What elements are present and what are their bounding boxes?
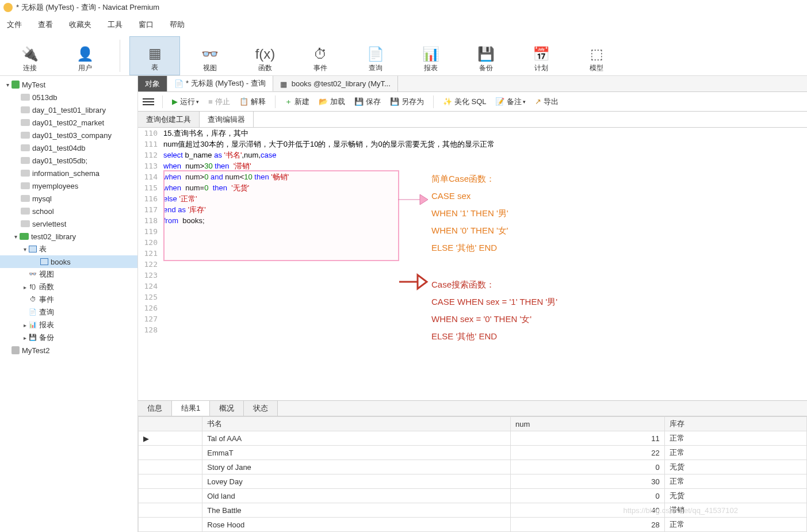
subtab-builder[interactable]: 查询创建工具 — [138, 112, 200, 127]
db-node[interactable]: servlettest — [0, 217, 137, 230]
rtab-status[interactable]: 状态 — [244, 401, 278, 416]
title-bar: * 无标题 (MyTest) - 查询 - Navicat Premium — [0, 0, 807, 15]
toolbtn-event[interactable]: ⏱事件 — [295, 36, 346, 75]
col-stock[interactable]: 库存 — [664, 417, 806, 431]
server-node[interactable]: ▾MyTest — [0, 78, 137, 91]
rtab-info[interactable]: 信息 — [138, 401, 172, 416]
watermark: https://blog.csdn.net/qq_41537102 — [624, 506, 739, 515]
table-row[interactable]: ▶Tal of AAA11正常 — [139, 431, 807, 446]
user-icon: 👤 — [76, 46, 94, 62]
table-row[interactable]: Old land0无货 — [139, 489, 807, 503]
arrow-red-icon — [397, 271, 429, 292]
col-num[interactable]: num — [510, 417, 664, 431]
toolbtn-table[interactable]: ▦表 — [129, 36, 180, 75]
db-node[interactable]: mysql — [0, 192, 137, 205]
obj-node[interactable]: 📄查询 — [0, 306, 137, 319]
rtab-profile[interactable]: 概况 — [210, 401, 244, 416]
save-button[interactable]: 💾保存 — [351, 94, 384, 109]
menu-fav[interactable]: 收藏夹 — [69, 20, 91, 30]
memo-button[interactable]: 📝备注▾ — [492, 94, 529, 109]
toolbtn-user[interactable]: 👤用户 — [60, 36, 110, 75]
editor-subtabs: 查询创建工具 查询编辑器 — [138, 112, 807, 128]
main-area: 对象 📄* 无标题 (MyTest) - 查询 ▦books @test02_l… — [138, 76, 807, 532]
toolbtn-report[interactable]: 📊报表 — [406, 36, 456, 75]
obj-node[interactable]: ▸💾备份 — [0, 331, 137, 344]
toolbtn-connect[interactable]: 🔌连接 — [5, 36, 55, 75]
func-icon: f(x) — [256, 46, 274, 62]
backup-icon: 💾 — [477, 46, 495, 62]
connection-tree[interactable]: ▾MyTest 0513dbday_01_test01_libraryday01… — [0, 76, 138, 532]
export-button[interactable]: ↗导出 — [531, 94, 562, 109]
tables-node[interactable]: ▾表 — [0, 243, 137, 255]
saveas-button[interactable]: 💾另存为 — [387, 94, 427, 109]
explain-button[interactable]: 📋解释 — [236, 94, 269, 109]
tab-objects[interactable]: 对象 — [138, 76, 167, 91]
beautify-button[interactable]: ✨美化 SQL — [439, 94, 490, 109]
menu-help[interactable]: 帮助 — [170, 20, 185, 30]
stop-button[interactable]: ■停止 — [205, 94, 234, 109]
result-tabs: 信息 结果1 概况 状态 — [138, 400, 807, 416]
menu-view[interactable]: 查看 — [38, 20, 53, 30]
tab-query[interactable]: 📄* 无标题 (MyTest) - 查询 — [167, 76, 273, 91]
toolbtn-backup[interactable]: 💾备份 — [461, 36, 511, 75]
db-node[interactable]: day01_test05db; — [0, 154, 137, 167]
db-node[interactable]: day_01_test01_library — [0, 104, 137, 116]
app-icon — [3, 3, 13, 12]
table-books[interactable]: books — [0, 255, 137, 268]
window-title: * 无标题 (MyTest) - 查询 - Navicat Premium — [16, 2, 159, 13]
query-actionbar: ▶运行▾ ■停止 📋解释 ＋新建 📂加载 💾保存 💾另存为 ✨美化 SQL 📝备… — [138, 92, 807, 112]
table-row[interactable]: EmmaT22正常 — [139, 446, 807, 460]
menu-window[interactable]: 窗口 — [139, 20, 154, 30]
query-tab-icon: 📄 — [174, 79, 182, 87]
table-tab-icon: ▦ — [280, 80, 288, 88]
view-icon: 👓 — [201, 46, 219, 62]
menu-tools[interactable]: 工具 — [108, 20, 123, 30]
table-row[interactable]: Lovey Day30正常 — [139, 474, 807, 489]
event-icon: ⏱ — [311, 46, 330, 62]
db-open[interactable]: ▾test02_library — [0, 230, 137, 243]
menu-bar: 文件 查看 收藏夹 工具 窗口 帮助 — [0, 15, 807, 35]
rtab-result1[interactable]: 结果1 — [172, 401, 210, 416]
connect-icon: 🔌 — [21, 46, 39, 62]
model-icon: ⬚ — [587, 46, 606, 62]
obj-node[interactable]: ⏱事件 — [0, 293, 137, 306]
obj-node[interactable]: ▸f()函数 — [0, 281, 137, 293]
menu-file[interactable]: 文件 — [7, 20, 22, 30]
db-node[interactable]: school — [0, 205, 137, 217]
table-icon: ▦ — [146, 45, 164, 62]
server-node-2[interactable]: MyTest2 — [0, 344, 137, 357]
report-icon: 📊 — [422, 46, 440, 62]
db-node[interactable]: information_schema — [0, 167, 137, 179]
db-node[interactable]: day01_test03_company — [0, 129, 137, 141]
db-node[interactable]: 0513db — [0, 91, 137, 104]
db-node[interactable]: myemployees — [0, 179, 137, 192]
db-node[interactable]: day01_test04db — [0, 141, 137, 154]
subtab-editor[interactable]: 查询编辑器 — [200, 112, 254, 127]
query-icon: 📄 — [366, 46, 385, 62]
load-button[interactable]: 📂加载 — [315, 94, 349, 109]
run-button[interactable]: ▶运行▾ — [169, 94, 202, 109]
col-name[interactable]: 书名 — [202, 417, 511, 431]
toolbtn-func[interactable]: f(x)函数 — [240, 36, 290, 75]
table-row[interactable]: Story of Jane0无货 — [139, 460, 807, 474]
table-row[interactable]: Rose Hood28正常 — [139, 518, 807, 532]
sql-editor[interactable]: 110 111 112 113 114 115 116 117 118 119 … — [138, 128, 807, 400]
toolbtn-model[interactable]: ⬚模型 — [571, 36, 622, 75]
main-toolbar: 🔌连接👤用户▦表👓视图f(x)函数⏱事件📄查询📊报表💾备份📅计划⬚模型 — [0, 35, 807, 76]
document-tabs: 对象 📄* 无标题 (MyTest) - 查询 ▦books @test02_l… — [138, 76, 807, 92]
new-button[interactable]: ＋新建 — [281, 94, 313, 109]
toolbtn-query[interactable]: 📄查询 — [350, 36, 401, 75]
toolbtn-schedule[interactable]: 📅计划 — [516, 36, 567, 75]
line-gutter: 110 111 112 113 114 115 116 117 118 119 … — [138, 128, 161, 335]
tab-table-books[interactable]: ▦books @test02_library (MyT... — [273, 76, 398, 91]
menu-toggle-icon[interactable] — [143, 98, 154, 105]
db-node[interactable]: day01_test02_market — [0, 116, 137, 129]
toolbtn-view[interactable]: 👓视图 — [185, 36, 235, 75]
annotation-search-case: Case搜索函数： CASE WHEN sex = '1' THEN '男' W… — [431, 276, 557, 345]
obj-node[interactable]: 👓视图 — [0, 268, 137, 281]
code-content[interactable]: 15.查询书名，库存，其中num值超过30本的，显示滞销，大于0并低于10的，显… — [163, 128, 495, 226]
schedule-icon: 📅 — [532, 46, 550, 62]
obj-node[interactable]: ▸📊报表 — [0, 319, 137, 331]
